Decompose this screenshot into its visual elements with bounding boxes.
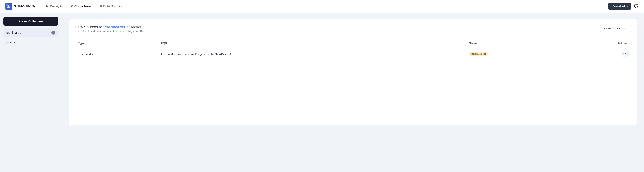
sidebar: + New Collection creditcards i jsdocs xyxy=(0,13,62,172)
logo-area: truefoundry xyxy=(5,3,35,10)
table-header-row: Type FQN Status Actions xyxy=(75,40,631,47)
column-fqn: FQN xyxy=(158,40,466,47)
database-icon: ≡ xyxy=(100,4,102,8)
gear-icon: ⚙ xyxy=(70,4,73,8)
nav-item-docsqa[interactable]: ▶ DocsQA xyxy=(42,1,66,12)
cell-fqn: truefoundry::data-dir:internal/cognita-p… xyxy=(158,47,466,61)
column-type: Type xyxy=(75,40,158,47)
cell-type: Truefoundry xyxy=(75,47,158,61)
link-datasource-button[interactable]: + Link Data Source xyxy=(600,25,631,32)
nav-label-docsqa: DocsQA xyxy=(50,4,62,8)
title-prefix: Data Sources for xyxy=(75,25,105,29)
github-icon[interactable] xyxy=(634,3,639,10)
column-status: Status xyxy=(466,40,566,47)
title-section: Data Sources for creditcards collection … xyxy=(75,25,144,38)
content-header: Data Sources for creditcards collection … xyxy=(75,25,631,38)
table-body: Truefoundry truefoundry::data-dir:intern… xyxy=(75,47,631,61)
data-sources-table: Type FQN Status Actions Truefoundry true… xyxy=(75,40,631,61)
svg-rect-2 xyxy=(6,4,8,6)
app-header: truefoundry ▶ DocsQA ⚙ Collections ≡ Dat… xyxy=(0,0,644,13)
view-all-apis-button[interactable]: View All APIs xyxy=(608,3,631,10)
info-icon-creditcards[interactable]: i xyxy=(51,31,55,35)
main-layout: + New Collection creditcards i jsdocs Da… xyxy=(0,13,644,172)
table-header: Type FQN Status Actions xyxy=(75,40,631,47)
embedder-info: Embedder Used : openai-main/text-embeddi… xyxy=(75,30,144,33)
new-collection-button[interactable]: + New Collection xyxy=(4,17,58,26)
nav-item-collections[interactable]: ⚙ Collections xyxy=(66,1,96,12)
sidebar-item-creditcards[interactable]: creditcards i xyxy=(4,28,58,37)
play-icon: ▶ xyxy=(46,4,48,8)
sidebar-item-label-creditcards: creditcards xyxy=(6,31,21,34)
truefoundry-logo xyxy=(5,3,12,10)
nav-label-datasources: Data Sources xyxy=(103,4,122,8)
main-nav: ▶ DocsQA ⚙ Collections ≡ Data Sources xyxy=(42,1,608,12)
sidebar-item-jsdocs[interactable]: jsdocs xyxy=(4,38,58,47)
brand-name: truefoundry xyxy=(14,4,35,9)
collection-name: creditcards xyxy=(105,25,125,29)
status-badge: INITIALIZED xyxy=(469,52,488,56)
cell-actions xyxy=(566,47,631,61)
nav-item-datasources[interactable]: ≡ Data Sources xyxy=(96,1,127,12)
content-card: Data Sources for creditcards collection … xyxy=(68,19,637,125)
refresh-button[interactable] xyxy=(621,51,628,57)
table-row: Truefoundry truefoundry::data-dir:intern… xyxy=(75,47,631,61)
title-suffix: collection xyxy=(126,25,142,29)
refresh-icon xyxy=(623,53,626,56)
header-actions: View All APIs xyxy=(608,3,639,10)
page-title: Data Sources for creditcards collection xyxy=(75,25,144,30)
nav-label-collections: Collections xyxy=(74,4,92,8)
sidebar-item-label-jsdocs: jsdocs xyxy=(6,41,15,44)
cell-status: INITIALIZED xyxy=(466,47,566,61)
content-area: Data Sources for creditcards collection … xyxy=(62,13,644,172)
column-actions: Actions xyxy=(566,40,631,47)
